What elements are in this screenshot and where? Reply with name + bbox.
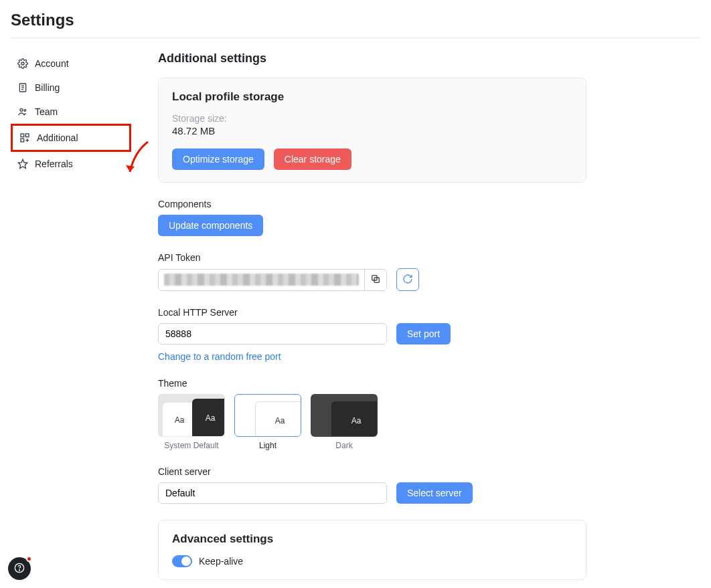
keep-alive-label: Keep-alive <box>199 556 243 567</box>
svg-rect-8 <box>25 134 29 137</box>
sidebar-item-referrals[interactable]: Referrals <box>11 152 131 176</box>
theme-option-system[interactable]: Aa Aa System Default <box>158 394 225 450</box>
api-token-field <box>158 269 387 291</box>
sidebar-item-label: Billing <box>35 82 60 93</box>
section-heading: Additional settings <box>158 52 586 66</box>
theme-option-label: Dark <box>311 441 378 450</box>
team-icon <box>17 106 28 117</box>
set-port-button[interactable]: Set port <box>396 323 451 345</box>
theme-block: Theme Aa Aa System Default Aa Light <box>158 378 586 450</box>
theme-option-label: Light <box>234 441 301 450</box>
svg-point-6 <box>24 110 26 112</box>
svg-rect-7 <box>21 134 24 137</box>
help-button[interactable] <box>8 557 31 580</box>
sidebar-item-label: Referrals <box>35 159 73 169</box>
advanced-card: Advanced settings Keep-alive <box>158 520 586 580</box>
star-icon <box>17 159 28 169</box>
storage-size-label: Storage size: <box>172 113 572 124</box>
receipt-icon <box>17 82 28 93</box>
sidebar-item-label: Account <box>35 58 69 69</box>
theme-preview-light: Aa <box>163 403 196 437</box>
theme-option-label: System Default <box>158 441 225 450</box>
svg-point-17 <box>19 569 19 570</box>
storage-size-value: 48.72 MB <box>172 125 572 136</box>
gear-icon <box>17 58 28 69</box>
storage-card-title: Local profile storage <box>172 90 572 104</box>
page-title: Settings <box>11 11 700 29</box>
advanced-title: Advanced settings <box>172 532 572 546</box>
sidebar-item-billing[interactable]: Billing <box>11 76 131 100</box>
divider <box>11 37 700 38</box>
client-server-input[interactable] <box>158 482 387 504</box>
theme-preview-dark: Aa <box>192 399 225 437</box>
main-content: Additional settings Local profile storag… <box>158 52 586 580</box>
copy-token-button[interactable] <box>364 270 386 290</box>
refresh-icon <box>402 274 413 286</box>
api-token-masked <box>164 274 359 286</box>
copy-icon <box>370 274 381 286</box>
sidebar: Account Billing Team Additional Referral <box>11 52 131 580</box>
http-server-block: Local HTTP Server Set port Change to a r… <box>158 307 586 362</box>
theme-option-light[interactable]: Aa Light <box>234 394 301 450</box>
components-label: Components <box>158 199 586 209</box>
api-token-label: API Token <box>158 252 586 263</box>
storage-card: Local profile storage Storage size: 48.7… <box>158 78 586 183</box>
theme-preview-dark: Aa <box>331 401 378 437</box>
refresh-token-button[interactable] <box>396 268 419 291</box>
optimize-storage-button[interactable]: Optimize storage <box>172 149 264 170</box>
theme-preview-light: Aa <box>255 401 301 437</box>
client-server-block: Client server Select server <box>158 466 586 504</box>
theme-option-dark[interactable]: Aa Dark <box>311 394 378 450</box>
update-components-button[interactable]: Update components <box>158 215 263 236</box>
question-icon <box>14 563 25 575</box>
components-block: Components Update components <box>158 199 586 236</box>
api-token-block: API Token <box>158 252 586 291</box>
clear-storage-button[interactable]: Clear storage <box>274 149 351 170</box>
theme-label: Theme <box>158 378 586 389</box>
select-server-button[interactable]: Select server <box>396 482 473 504</box>
http-port-input[interactable] <box>158 323 387 345</box>
client-server-label: Client server <box>158 466 586 477</box>
sidebar-item-label: Team <box>35 106 58 117</box>
svg-point-0 <box>21 62 24 65</box>
notification-dot-icon <box>26 556 32 562</box>
sidebar-item-label: Additional <box>37 132 78 143</box>
sidebar-item-account[interactable]: Account <box>11 52 131 76</box>
svg-rect-9 <box>21 138 24 142</box>
grid-plus-icon <box>19 132 30 143</box>
keep-alive-toggle[interactable] <box>172 555 192 567</box>
http-server-label: Local HTTP Server <box>158 307 586 318</box>
svg-point-5 <box>20 108 23 111</box>
sidebar-item-additional[interactable]: Additional <box>11 124 131 152</box>
sidebar-item-team[interactable]: Team <box>11 100 131 124</box>
svg-marker-12 <box>18 159 27 168</box>
random-port-link[interactable]: Change to a random free port <box>158 351 281 362</box>
